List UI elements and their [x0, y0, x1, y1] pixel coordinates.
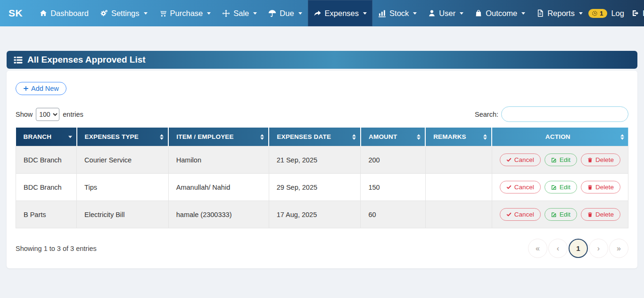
- page-last-button[interactable]: »: [609, 239, 628, 258]
- nav-item-dashboard[interactable]: Dashboard: [34, 0, 94, 26]
- cell-amount: 150: [361, 174, 425, 201]
- delete-button[interactable]: Delete: [581, 153, 620, 166]
- table-footer: Showing 1 to 3 of 3 entries « ‹ 1 › »: [16, 239, 628, 258]
- nav-item-settings[interactable]: Settings: [94, 0, 153, 26]
- nav-item-stock[interactable]: Stock: [372, 0, 422, 26]
- show-label: Show: [16, 111, 33, 118]
- table-header-row: BRANCH EXPENSES TYPE ITEM / EMPLOYEE EXP…: [16, 128, 628, 146]
- nav-item-label: Due: [280, 9, 294, 18]
- nav-item-expenses[interactable]: Expenses: [308, 0, 372, 26]
- cell-item-employee: Hamilon: [168, 146, 269, 174]
- table-controls: Show 100 entries Search:: [16, 106, 628, 122]
- cell-remarks: [425, 146, 492, 174]
- file-icon: [537, 9, 544, 17]
- list-icon: [14, 56, 23, 64]
- cell-branch: BDC Branch: [16, 174, 77, 201]
- page-title: All Expenses Approved List: [27, 55, 146, 65]
- delete-button[interactable]: Delete: [581, 208, 620, 221]
- table-row: B Parts Electricity Bill hamale (2300333…: [16, 201, 628, 228]
- chevron-down-icon: [460, 12, 463, 15]
- column-header-remarks[interactable]: REMARKS: [425, 128, 492, 146]
- table-row: BDC Branch Courier Service Hamilon 21 Se…: [16, 146, 628, 174]
- page-first-button[interactable]: «: [528, 239, 547, 258]
- column-header-expenses-date[interactable]: EXPENSES DATE: [269, 128, 361, 146]
- table-row: BDC Branch Tips Amanullah/ Nahid 29 Sep,…: [16, 174, 628, 201]
- trash-icon: [587, 157, 593, 163]
- page-length-select[interactable]: 100: [36, 108, 59, 121]
- chevron-down-icon: [207, 12, 211, 15]
- nav-item-label: Expenses: [325, 9, 359, 18]
- nav-item-sale[interactable]: Sale: [216, 0, 263, 26]
- sort-icon: [417, 134, 421, 140]
- cell-expenses-date: 21 Sep, 2025: [269, 146, 361, 174]
- check-icon: [506, 157, 512, 162]
- column-header-item-employee[interactable]: ITEM / EMPLOYEE: [168, 128, 269, 146]
- nav-item-label: Settings: [111, 9, 140, 18]
- trash-icon: [587, 212, 593, 217]
- check-icon: [506, 212, 512, 217]
- cell-expenses-type: Tips: [77, 174, 169, 201]
- top-navbar: SK Dashboard Settings Purchase Sale Due: [0, 0, 644, 26]
- log-count: 1: [600, 10, 603, 17]
- search-label: Search:: [475, 111, 498, 118]
- cell-expenses-type: Courier Service: [77, 146, 169, 174]
- sort-desc-icon: [68, 136, 72, 138]
- nav-item-outcome[interactable]: Outcome: [469, 0, 531, 26]
- edit-button[interactable]: Edit: [545, 208, 577, 221]
- add-new-button[interactable]: Add New: [16, 82, 66, 95]
- row-actions: Cancel Edit Delete: [500, 208, 620, 221]
- content-card: Add New Show 100 entries Search: BRANCH: [7, 71, 637, 268]
- cancel-button[interactable]: Cancel: [500, 153, 541, 166]
- nav-item-due[interactable]: Due: [263, 0, 307, 26]
- page-length-control: Show 100 entries: [16, 108, 83, 121]
- nav-item-reports[interactable]: Reports: [531, 0, 588, 26]
- navbar-right: 1 Log Logout: [588, 9, 644, 18]
- entries-label: entries: [63, 111, 83, 118]
- nav-item-user[interactable]: User: [422, 0, 469, 26]
- showing-entries-text: Showing 1 to 3 of 3 entries: [16, 245, 97, 252]
- nav-item-label: Stock: [389, 9, 409, 18]
- column-header-branch[interactable]: BRANCH: [16, 128, 77, 146]
- cell-expenses-date: 29 Sep, 2025: [269, 174, 361, 201]
- chevron-down-icon: [579, 12, 583, 15]
- page-prev-button[interactable]: ‹: [548, 239, 568, 258]
- nav-item-label: User: [439, 9, 455, 18]
- search-control: Search:: [475, 106, 628, 122]
- move-arrows-icon: [222, 9, 230, 17]
- cell-remarks: [425, 201, 492, 228]
- plus-icon: [23, 86, 29, 91]
- cell-item-employee: hamale (2300333): [168, 201, 269, 228]
- delete-button[interactable]: Delete: [581, 181, 620, 193]
- page-next-button[interactable]: ›: [589, 239, 608, 258]
- logout-button[interactable]: Logout: [632, 9, 644, 18]
- column-header-expenses-type[interactable]: EXPENSES TYPE: [77, 128, 169, 146]
- check-icon: [506, 185, 512, 190]
- log-button[interactable]: 1 Log: [588, 9, 624, 18]
- add-new-label: Add New: [31, 85, 59, 92]
- column-header-amount[interactable]: AMOUNT: [361, 128, 425, 146]
- cancel-button[interactable]: Cancel: [500, 208, 541, 221]
- sort-icon: [260, 134, 264, 140]
- chevron-down-icon: [144, 12, 148, 15]
- chevron-down-icon: [298, 12, 302, 15]
- chevron-down-icon: [253, 12, 257, 15]
- brand-logo[interactable]: SK: [8, 8, 23, 19]
- column-header-action[interactable]: ACTION: [492, 128, 628, 146]
- nav-item-purchase[interactable]: Purchase: [153, 0, 217, 26]
- cell-amount: 200: [361, 146, 425, 174]
- cancel-button[interactable]: Cancel: [500, 181, 541, 193]
- user-icon: [428, 9, 436, 17]
- edit-button[interactable]: Edit: [545, 153, 577, 166]
- search-input[interactable]: [501, 106, 628, 122]
- cell-item-employee: Amanullah/ Nahid: [168, 174, 269, 201]
- page-1-button[interactable]: 1: [569, 239, 588, 258]
- cell-expenses-type: Electricity Bill: [77, 201, 169, 228]
- share-arrow-icon: [314, 9, 322, 17]
- nav-item-label: Reports: [547, 9, 575, 18]
- expenses-table: BRANCH EXPENSES TYPE ITEM / EMPLOYEE EXP…: [16, 128, 628, 228]
- trash-icon: [587, 185, 593, 190]
- cart-icon: [159, 9, 167, 17]
- cell-amount: 60: [361, 201, 425, 228]
- edit-button[interactable]: Edit: [545, 181, 577, 193]
- gears-icon: [100, 9, 108, 17]
